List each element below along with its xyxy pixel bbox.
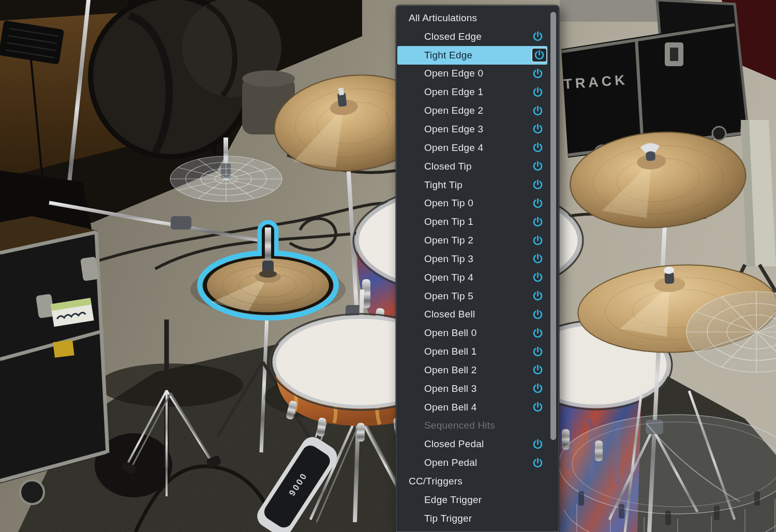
menu-item-open-pedal[interactable]: Open Pedal bbox=[397, 453, 547, 472]
menu-item-label: Open Tip 1 bbox=[424, 216, 473, 227]
menu-item-label: Open Tip 0 bbox=[424, 197, 473, 209]
menu-item-label: Open Pedal bbox=[424, 457, 477, 468]
power-toggle-icon[interactable] bbox=[532, 142, 543, 153]
menu-item-label: Tip Trigger bbox=[424, 513, 472, 524]
power-toggle-icon[interactable] bbox=[532, 458, 543, 468]
menu-item-label: Closed Bell bbox=[424, 309, 475, 320]
menu-item-open-edge-4[interactable]: Open Edge 4 bbox=[397, 139, 547, 157]
power-toggle-icon[interactable] bbox=[532, 105, 543, 116]
menu-item-open-bell-0[interactable]: Open Bell 0 bbox=[397, 324, 547, 342]
menu-item-label: Open Edge 2 bbox=[424, 105, 483, 116]
menu-item-label: Open Bell 2 bbox=[424, 364, 477, 376]
menu-item-label: Open Bell 0 bbox=[424, 327, 477, 339]
menu-item-open-bell-1[interactable]: Open Bell 1 bbox=[397, 342, 547, 361]
menu-item-all-articulations[interactable]: All Articulations bbox=[397, 9, 547, 27]
menu-item-open-tip-3[interactable]: Open Tip 3 bbox=[397, 250, 547, 268]
menu-item-label: Open Bell 3 bbox=[424, 383, 477, 394]
drum-kit-view: TRACK bbox=[0, 0, 776, 532]
menu-item-label: Open Tip 3 bbox=[424, 253, 473, 265]
menu-item-open-tip-1[interactable]: Open Tip 1 bbox=[397, 212, 547, 231]
power-toggle-icon[interactable] bbox=[532, 272, 543, 283]
power-toggle-icon[interactable] bbox=[532, 198, 543, 209]
menu-item-cc-triggers[interactable]: CC/Triggers bbox=[397, 472, 547, 491]
menu-item-closed-pedal[interactable]: Closed Pedal bbox=[397, 435, 547, 453]
menu-item-label: Edge Trigger bbox=[424, 494, 482, 506]
menu-item-label: CC/Triggers bbox=[409, 476, 462, 487]
menu-item-open-bell-4[interactable]: Open Bell 4 bbox=[397, 398, 547, 417]
power-toggle-icon[interactable] bbox=[532, 124, 543, 134]
power-toggle-icon[interactable] bbox=[532, 309, 543, 320]
menu-item-label: Closed Edge bbox=[424, 31, 482, 42]
menu-item-tight-tip[interactable]: Tight Tip bbox=[397, 176, 547, 194]
articulation-menu: All ArticulationsClosed EdgeTight EdgeOp… bbox=[396, 5, 559, 532]
menu-item-closed-bell[interactable]: Closed Bell bbox=[397, 306, 547, 324]
menu-item-label: Tight Edge bbox=[424, 50, 472, 61]
menu-item-label: Open Tip 5 bbox=[424, 291, 473, 302]
power-toggle-icon[interactable] bbox=[532, 31, 543, 42]
menu-item-label: Closed Pedal bbox=[424, 438, 484, 450]
menu-item-tip-trigger[interactable]: Tip Trigger bbox=[397, 509, 547, 528]
menu-item-label: Open Edge 1 bbox=[424, 86, 483, 98]
power-toggle-icon[interactable] bbox=[532, 383, 543, 394]
menu-item-label: Open Tip 2 bbox=[424, 235, 473, 246]
power-toggle-icon[interactable] bbox=[532, 291, 543, 301]
menu-item-label: Open Bell 4 bbox=[424, 402, 477, 413]
menu-item-label: Tight Tip bbox=[424, 179, 462, 191]
power-toggle-icon[interactable] bbox=[532, 161, 543, 172]
menu-item-open-bell-2[interactable]: Open Bell 2 bbox=[397, 361, 547, 379]
menu-item-label: Open Edge 4 bbox=[424, 142, 483, 154]
menu-item-label: All Articulations bbox=[409, 12, 477, 24]
menu-item-open-tip-2[interactable]: Open Tip 2 bbox=[397, 231, 547, 250]
menu-item-label: Open Tip 4 bbox=[424, 272, 473, 283]
power-toggle-icon[interactable] bbox=[532, 328, 543, 339]
power-toggle-icon[interactable] bbox=[532, 253, 543, 264]
power-toggle-icon[interactable] bbox=[532, 364, 543, 375]
power-toggle-icon[interactable] bbox=[532, 87, 543, 98]
menu-item-label: Open Edge 3 bbox=[424, 124, 483, 135]
menu-item-label: Sequenced Hits bbox=[424, 420, 495, 431]
menu-item-edge-trigger[interactable]: Edge Trigger bbox=[397, 491, 547, 509]
menu-item-open-tip-0[interactable]: Open Tip 0 bbox=[397, 194, 547, 212]
menu-item-label: Open Edge 0 bbox=[424, 68, 483, 79]
power-toggle-icon[interactable] bbox=[532, 217, 543, 227]
menu-item-open-edge-3[interactable]: Open Edge 3 bbox=[397, 120, 547, 139]
soft-drum-cases bbox=[91, 0, 295, 157]
studio-scene: TRACK bbox=[0, 0, 776, 532]
menu-item-label: Open Bell 1 bbox=[424, 346, 477, 357]
menu-item-open-tip-4[interactable]: Open Tip 4 bbox=[397, 268, 547, 287]
menu-item-sequenced-hits: Sequenced Hits bbox=[397, 417, 547, 435]
power-toggle-icon[interactable] bbox=[532, 439, 543, 450]
power-toggle-icon[interactable] bbox=[532, 179, 543, 190]
menu-item-closed-tip[interactable]: Closed Tip bbox=[397, 157, 547, 176]
power-toggle-icon[interactable] bbox=[532, 68, 543, 79]
menu-item-open-edge-2[interactable]: Open Edge 2 bbox=[397, 101, 547, 120]
menu-item-open-bell-3[interactable]: Open Bell 3 bbox=[397, 379, 547, 398]
menu-item-open-edge-1[interactable]: Open Edge 1 bbox=[397, 83, 547, 101]
menu-item-closed-edge[interactable]: Closed Edge bbox=[397, 27, 547, 46]
power-toggle-icon[interactable] bbox=[532, 402, 543, 413]
menu-item-tight-edge[interactable]: Tight Edge bbox=[397, 46, 547, 65]
power-toggle-icon[interactable] bbox=[532, 346, 543, 357]
menu-item-open-edge-0[interactable]: Open Edge 0 bbox=[397, 65, 547, 83]
articulation-menu-list: All ArticulationsClosed EdgeTight EdgeOp… bbox=[396, 9, 559, 528]
power-toggle-icon[interactable] bbox=[531, 48, 547, 63]
menu-scrollbar[interactable] bbox=[550, 12, 556, 440]
menu-item-label: Closed Tip bbox=[424, 161, 472, 172]
power-toggle-icon[interactable] bbox=[532, 235, 543, 246]
menu-item-open-tip-5[interactable]: Open Tip 5 bbox=[397, 287, 547, 306]
